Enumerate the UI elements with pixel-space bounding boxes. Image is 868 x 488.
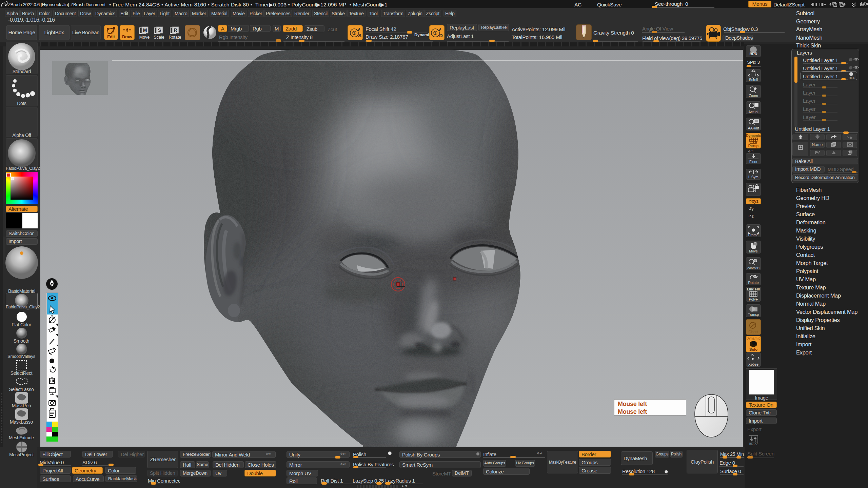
svg-text:Solo: Solo: [749, 347, 757, 351]
svg-text:D: D: [439, 33, 443, 38]
svg-text:AAHalf: AAHalf: [748, 126, 759, 130]
svg-text:Dynamic: Dynamic: [746, 134, 761, 138]
svg-text:Zoom3D: Zoom3D: [747, 266, 760, 270]
svg-text:Line Fill: Line Fill: [747, 287, 760, 291]
svg-text:Actual: Actual: [748, 110, 758, 114]
svg-text:R: R: [174, 27, 177, 33]
svg-text:Dynamic: Dynamic: [746, 337, 761, 340]
svg-text:Move: Move: [139, 35, 150, 40]
svg-text:Draw: Draw: [122, 35, 132, 39]
svg-text:Transp: Transp: [748, 312, 759, 317]
svg-text:Move: Move: [749, 249, 758, 253]
svg-text:S: S: [158, 27, 161, 33]
svg-text:Persp: Persp: [748, 144, 759, 148]
svg-text:Frame: Frame: [748, 233, 758, 237]
svg-text:L.Sym: L.Sym: [748, 175, 758, 179]
svg-text:S: S: [358, 33, 361, 38]
svg-text:M: M: [143, 27, 147, 33]
svg-text:Rotate: Rotate: [169, 35, 181, 40]
svg-text:Scale: Scale: [154, 35, 164, 40]
svg-text:Scroll: Scroll: [749, 78, 758, 82]
svg-text:Xpose: Xpose: [748, 362, 758, 366]
svg-text:Rotate: Rotate: [748, 281, 759, 285]
svg-text:Edit: Edit: [107, 35, 115, 39]
svg-text:PolyF: PolyF: [749, 297, 758, 301]
svg-text:Flip V: Flip V: [749, 442, 758, 446]
svg-text:Zoom: Zoom: [749, 94, 758, 98]
svg-text:Ghost: Ghost: [748, 330, 758, 334]
svg-text:Floor: Floor: [749, 160, 757, 164]
svg-text:BPR: BPR: [749, 52, 757, 56]
